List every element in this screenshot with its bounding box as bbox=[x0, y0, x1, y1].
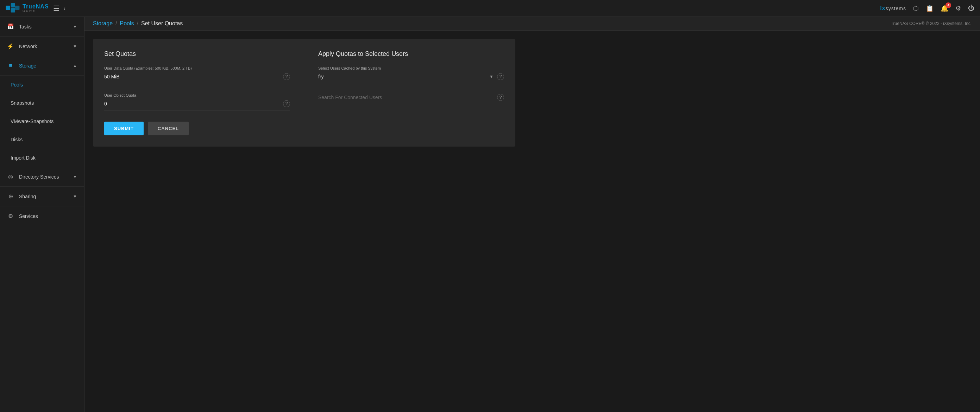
sidebar-label-services: Services bbox=[19, 213, 38, 219]
select-chevron-icon: ▼ bbox=[489, 74, 493, 79]
set-quotas-title: Set Quotas bbox=[104, 50, 290, 58]
breadcrumb-current: Set User Quotas bbox=[141, 21, 183, 27]
sidebar-label-import-disk: Import Disk bbox=[11, 155, 35, 161]
sidebar-item-network[interactable]: ⚡ Network ▼ bbox=[0, 36, 84, 56]
settings-icon[interactable]: ⚙ bbox=[955, 5, 961, 12]
select-users-label: Select Users Cached by this System bbox=[318, 66, 504, 70]
notification-badge: 4 bbox=[945, 2, 951, 8]
form-columns: Set Quotas User Data Quota (Examples: 50… bbox=[104, 50, 504, 135]
logo-text: TrueNAS CORE bbox=[22, 4, 49, 13]
sidebar-label-tasks: Tasks bbox=[19, 24, 32, 30]
sidebar-label-pools: Pools bbox=[11, 82, 23, 87]
apply-quotas-section: Apply Quotas to Selected Users Select Us… bbox=[318, 50, 504, 135]
sidebar-label-disks: Disks bbox=[11, 137, 22, 143]
sidebar-label-network: Network bbox=[19, 44, 37, 49]
select-users-row: fry ▼ ? bbox=[318, 73, 504, 83]
chevron-tasks: ▼ bbox=[73, 24, 77, 29]
logo-icon bbox=[6, 3, 20, 14]
select-users-group: Select Users Cached by this System fry ▼… bbox=[318, 66, 504, 83]
sidebar-item-pools[interactable]: Pools bbox=[0, 76, 84, 94]
sidebar-label-snapshots: Snapshots bbox=[11, 100, 34, 106]
power-icon[interactable]: ⏻ bbox=[968, 5, 974, 12]
submit-button[interactable]: SUBMIT bbox=[104, 122, 144, 135]
logo-area: TrueNAS CORE bbox=[6, 3, 49, 14]
tasks-icon[interactable]: 📋 bbox=[926, 5, 934, 12]
breadcrumb-pools[interactable]: Pools bbox=[120, 21, 134, 27]
sidebar-label-sharing: Sharing bbox=[19, 194, 36, 199]
main-layout: 📅 Tasks ▼ ⚡ Network ▼ ≡ Storage ▲ Pools bbox=[0, 17, 980, 412]
chevron-sharing: ▼ bbox=[73, 194, 77, 199]
sidebar-item-import-disk[interactable]: Import Disk bbox=[0, 149, 84, 167]
search-connected-group: ? bbox=[318, 93, 504, 104]
topbar: TrueNAS CORE ☰ ‹ iXsystems ⬡ 📋 🔔 4 ⚙ ⏻ bbox=[0, 0, 980, 17]
form-actions: SUBMIT CANCEL bbox=[104, 122, 290, 135]
set-quotas-section: Set Quotas User Data Quota (Examples: 50… bbox=[104, 50, 290, 135]
user-object-quota-input[interactable] bbox=[104, 100, 280, 108]
breadcrumb-sep-1: / bbox=[115, 21, 117, 27]
sidebar-item-storage[interactable]: ≡ Storage ▲ bbox=[0, 56, 84, 76]
search-connected-row: ? bbox=[318, 93, 504, 104]
chevron-network: ▼ bbox=[73, 44, 77, 49]
network-nav-icon: ⚡ bbox=[7, 43, 14, 49]
sidebar-item-sharing[interactable]: ⊕ Sharing ▼ bbox=[0, 187, 84, 206]
chevron-storage: ▲ bbox=[73, 63, 77, 68]
form-container: Set Quotas User Data Quota (Examples: 50… bbox=[84, 30, 980, 412]
copyright: TrueNAS CORE® © 2022 - iXsystems, Inc. bbox=[891, 21, 972, 26]
hamburger-icon[interactable]: ☰ bbox=[53, 4, 59, 13]
user-data-quota-label: User Data Quota (Examples: 500 KiB, 500M… bbox=[104, 66, 290, 70]
topbar-left: TrueNAS CORE ☰ ‹ bbox=[6, 3, 65, 14]
apply-quotas-title: Apply Quotas to Selected Users bbox=[318, 50, 504, 58]
user-data-quota-input[interactable] bbox=[104, 73, 280, 81]
sidebar-item-vmware-snapshots[interactable]: VMware-Snapshots bbox=[0, 112, 84, 130]
storage-nav-icon: ≡ bbox=[7, 63, 14, 69]
breadcrumb: Storage / Pools / Set User Quotas bbox=[93, 21, 183, 27]
breadcrumb-bar: Storage / Pools / Set User Quotas TrueNA… bbox=[84, 17, 980, 30]
notifications-icon[interactable]: 🔔 4 bbox=[940, 5, 948, 12]
select-users-help[interactable]: ? bbox=[497, 73, 504, 80]
cancel-button[interactable]: CANCEL bbox=[148, 122, 189, 135]
search-connected-input[interactable] bbox=[318, 93, 493, 101]
sidebar-item-snapshots[interactable]: Snapshots bbox=[0, 94, 84, 112]
sharing-nav-icon: ⊕ bbox=[7, 193, 14, 200]
svg-rect-3 bbox=[15, 6, 19, 10]
sidebar-item-tasks[interactable]: 📅 Tasks ▼ bbox=[0, 17, 84, 36]
svg-rect-2 bbox=[11, 8, 15, 12]
logo-brand: TrueNAS bbox=[22, 4, 49, 10]
user-object-quota-help[interactable]: ? bbox=[283, 100, 290, 107]
back-icon[interactable]: ‹ bbox=[64, 5, 65, 12]
select-users-dropdown[interactable]: fry bbox=[318, 73, 486, 81]
user-data-quota-help[interactable]: ? bbox=[283, 73, 290, 80]
user-data-quota-group: User Data Quota (Examples: 500 KiB, 500M… bbox=[104, 66, 290, 83]
user-data-quota-row: ? bbox=[104, 73, 290, 83]
svg-rect-0 bbox=[6, 6, 10, 10]
content-area: Storage / Pools / Set User Quotas TrueNA… bbox=[84, 17, 980, 412]
breadcrumb-storage[interactable]: Storage bbox=[93, 21, 113, 27]
sidebar-label-vmware-snapshots: VMware-Snapshots bbox=[11, 119, 54, 124]
user-object-quota-row: ? bbox=[104, 100, 290, 110]
help-center-icon[interactable]: ⬡ bbox=[913, 5, 919, 12]
search-connected-help[interactable]: ? bbox=[497, 94, 504, 101]
breadcrumb-sep-2: / bbox=[137, 21, 138, 27]
sidebar: 📅 Tasks ▼ ⚡ Network ▼ ≡ Storage ▲ Pools bbox=[0, 17, 84, 412]
sidebar-label-storage: Storage bbox=[19, 63, 36, 68]
directory-services-nav-icon: ◎ bbox=[7, 173, 14, 180]
user-object-quota-label: User Object Quota bbox=[104, 93, 290, 97]
services-nav-icon: ⚙ bbox=[7, 213, 14, 219]
sidebar-label-directory-services: Directory Services bbox=[19, 174, 59, 180]
ixsystems-logo: iXsystems bbox=[880, 6, 906, 11]
user-object-quota-group: User Object Quota ? bbox=[104, 93, 290, 110]
tasks-nav-icon: 📅 bbox=[7, 23, 14, 30]
sidebar-item-services[interactable]: ⚙ Services bbox=[0, 206, 84, 226]
topbar-icons: iXsystems ⬡ 📋 🔔 4 ⚙ ⏻ bbox=[880, 5, 974, 12]
form-panel: Set Quotas User Data Quota (Examples: 50… bbox=[93, 39, 515, 147]
sidebar-item-directory-services[interactable]: ◎ Directory Services ▼ bbox=[0, 167, 84, 187]
logo-sub: CORE bbox=[22, 10, 49, 13]
chevron-directory-services: ▼ bbox=[73, 174, 77, 179]
sidebar-item-disks[interactable]: Disks bbox=[0, 130, 84, 149]
svg-rect-1 bbox=[11, 3, 15, 7]
